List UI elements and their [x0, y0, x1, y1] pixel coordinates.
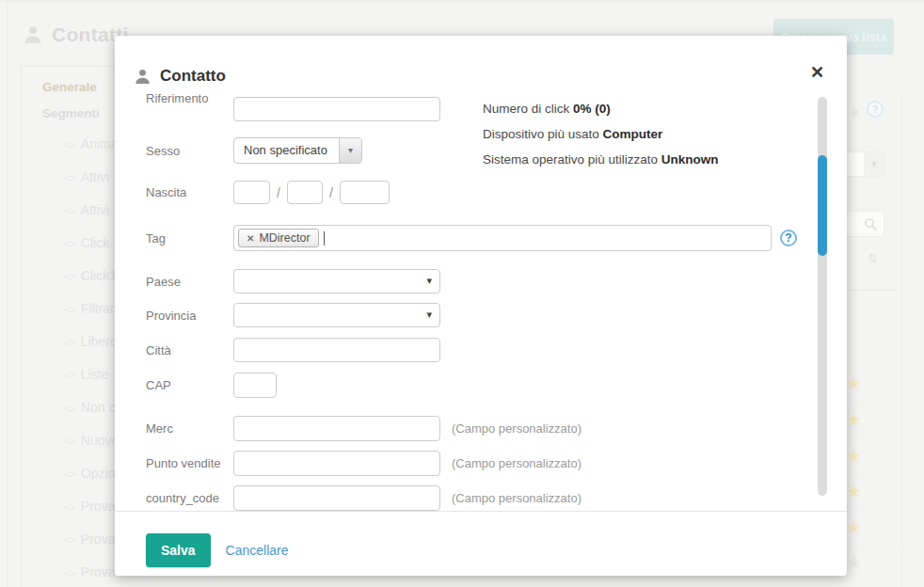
- tab-generale[interactable]: Generale: [42, 80, 97, 94]
- star-icon[interactable]: ★: [846, 446, 862, 466]
- segment-item[interactable]: <>Prova: [64, 523, 119, 556]
- stat-os: Sistema operativo più utilizzato Unknown: [483, 147, 793, 172]
- modal-scrollbar-thumb[interactable]: [818, 155, 827, 256]
- tag-chip: ✕ MDirector: [238, 229, 319, 247]
- stat-clicks: Numero di click 0% (0): [483, 96, 793, 121]
- tag-input[interactable]: ✕ MDirector: [233, 225, 772, 251]
- sesso-select[interactable]: Non specificato ▾: [233, 137, 362, 164]
- paese-label: Paese: [146, 275, 233, 289]
- segment-label: Attivi: [81, 202, 109, 217]
- merc-input[interactable]: [233, 416, 440, 441]
- save-button[interactable]: Salva: [146, 533, 211, 567]
- sort-icon[interactable]: ⇅: [868, 251, 878, 265]
- paese-select[interactable]: ▾: [233, 269, 440, 294]
- right-panel-border: [901, 92, 902, 587]
- contacts-person-icon: [23, 24, 43, 45]
- star-icon[interactable]: ★: [846, 482, 862, 501]
- segment-item[interactable]: <>Prova: [64, 490, 119, 523]
- row-provincia: Provincia ▾: [146, 303, 811, 327]
- segment-item[interactable]: <>Liste: [64, 358, 119, 391]
- segment-label: Attivi: [81, 169, 109, 184]
- chevron-down-icon: ▾: [426, 275, 432, 287]
- segment-label: Click1: [81, 268, 117, 283]
- segment-label: Filtrar: [81, 301, 115, 316]
- tag-remove-icon[interactable]: ✕: [247, 233, 254, 244]
- modal-header: Contatto: [115, 36, 847, 94]
- row-punto-vendite: Punto vendite (Campo personalizzato): [146, 451, 811, 476]
- tag-label: Tag: [146, 231, 233, 246]
- segment-item[interactable]: <>Filtrar: [64, 293, 119, 325]
- segment-item[interactable]: <>Opzio: [64, 457, 119, 490]
- code-icon: <>: [64, 205, 74, 216]
- modal-form-scrollarea: Numero di click 0% (0) Dispositivo più u…: [115, 94, 811, 511]
- modal-footer: Salva Cancellare: [115, 511, 847, 576]
- segment-item[interactable]: <>Non c: [64, 391, 119, 424]
- row-paese: Paese ▾: [146, 269, 811, 294]
- segment-item[interactable]: <>Libero: [64, 325, 119, 358]
- segment-item[interactable]: <>Attivi: [64, 194, 119, 227]
- code-icon: <>: [64, 534, 74, 546]
- custom-field-note: (Campo personalizzato): [452, 421, 581, 436]
- nascita-year-input[interactable]: [340, 181, 390, 204]
- code-icon: <>: [64, 337, 74, 348]
- provincia-label: Provincia: [146, 309, 233, 323]
- right-panel-divider: [849, 290, 896, 291]
- tag-chip-label: MDirector: [259, 231, 310, 245]
- riferimento-input[interactable]: [233, 97, 440, 121]
- segment-label: Libero: [81, 334, 118, 349]
- citta-input[interactable]: [233, 338, 440, 362]
- chevron-down-icon[interactable]: ▾: [339, 138, 361, 163]
- sesso-selected-value: Non specificato: [244, 143, 327, 157]
- segment-label: Click: [81, 235, 109, 250]
- star-icon[interactable]: ★: [846, 517, 862, 537]
- code-icon: <>: [64, 139, 74, 151]
- code-icon: <>: [64, 271, 74, 282]
- segment-item[interactable]: <>Click: [64, 227, 119, 260]
- code-icon: <>: [64, 468, 74, 480]
- segment-item[interactable]: <>Prova: [64, 556, 119, 587]
- screen: Contatti Creare nuova lista Generale Seg…: [0, 0, 924, 587]
- country-code-input[interactable]: [233, 485, 440, 511]
- row-tag: Tag ✕ MDirector ?: [146, 225, 811, 251]
- segment-item[interactable]: <>Anima: [64, 128, 119, 161]
- code-icon: <>: [64, 172, 74, 183]
- nascita-day-input[interactable]: [233, 181, 270, 204]
- help-icon[interactable]: ?: [867, 101, 884, 118]
- punto-vendite-input[interactable]: [233, 451, 440, 476]
- modal-scrollbar-track[interactable]: [818, 97, 827, 496]
- star-icon[interactable]: ★: [846, 410, 862, 430]
- row-country-code: country_code (Campo personalizzato): [146, 485, 811, 511]
- segment-item[interactable]: <>Attivi: [64, 161, 119, 194]
- star-icon[interactable]: ★: [846, 553, 862, 573]
- star-icon[interactable]: ★: [846, 373, 862, 393]
- code-icon: <>: [64, 436, 74, 447]
- close-icon[interactable]: ✕: [810, 64, 824, 81]
- chevron-down-icon: ▾: [426, 309, 432, 321]
- stat-device: Dispositivo più usato Computer: [483, 121, 793, 147]
- code-icon: <>: [64, 567, 74, 579]
- nascita-label: Nascita: [146, 185, 233, 199]
- segment-label: Anima: [81, 136, 119, 151]
- cancel-link[interactable]: Cancellare: [226, 543, 289, 558]
- cap-label: CAP: [146, 378, 233, 392]
- chevron-down-icon: ▾: [864, 152, 884, 176]
- merc-label: Merc: [146, 421, 233, 436]
- code-icon: <>: [64, 501, 74, 513]
- segment-label: Prova: [81, 531, 116, 547]
- segment-item[interactable]: <>Nuovo: [64, 424, 119, 457]
- tag-help-icon[interactable]: ?: [780, 230, 797, 246]
- custom-field-note: (Campo personalizzato): [452, 491, 581, 505]
- contact-person-icon: [134, 68, 151, 86]
- segment-label: Opzio: [81, 466, 116, 481]
- text-caret: [324, 231, 325, 246]
- provincia-select[interactable]: ▾: [233, 303, 440, 327]
- nascita-month-input[interactable]: [287, 181, 323, 204]
- search-icon: [864, 217, 878, 231]
- row-citta: Città: [146, 338, 811, 362]
- row-merc: Merc (Campo personalizzato): [146, 416, 811, 441]
- cap-input[interactable]: [233, 373, 277, 398]
- segment-item[interactable]: <>Click1: [64, 260, 119, 293]
- tab-segmenti[interactable]: Segmenti: [42, 106, 100, 120]
- contact-stats: Numero di click 0% (0) Dispositivo più u…: [483, 96, 793, 172]
- code-icon: <>: [64, 370, 74, 381]
